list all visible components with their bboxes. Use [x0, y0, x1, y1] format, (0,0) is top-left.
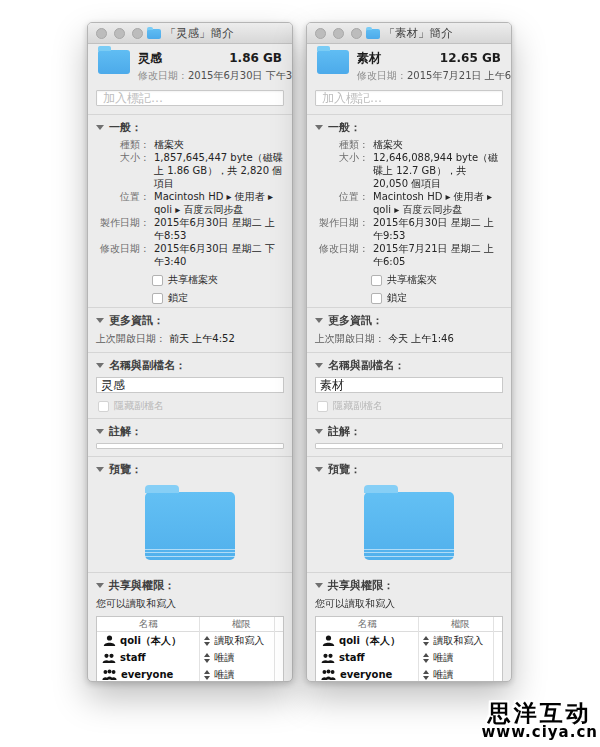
section-more-info[interactable]: 更多資訊：	[88, 308, 292, 331]
info-row: 種類：檔案夾	[315, 138, 503, 151]
everyone-icon	[321, 669, 336, 680]
checkbox-icon	[98, 401, 109, 412]
table-header: 名稱 權限	[316, 617, 502, 632]
table-row[interactable]: everyone 唯讀	[97, 666, 283, 682]
info-row: 大小：12,646,088,944 byte（磁碟上 12.7 GB），共 20…	[315, 151, 503, 190]
disclosure-triangle-icon	[96, 318, 104, 323]
disclosure-triangle-icon	[315, 583, 323, 588]
minimize-button[interactable]	[114, 28, 125, 39]
watermark: 思洋互动 www.ciya.cn	[481, 701, 598, 741]
comments-textarea[interactable]	[315, 443, 503, 449]
disclosure-triangle-icon	[315, 318, 323, 323]
shared-folder-checkbox-row[interactable]: 共享檔案夾	[307, 271, 511, 289]
privilege-popup[interactable]: 唯讀	[418, 651, 502, 665]
hide-extension-checkbox-row: 隱藏副檔名	[307, 397, 511, 418]
item-name: 素材	[357, 50, 381, 67]
section-name-extension[interactable]: 名稱與副檔名：	[88, 353, 292, 376]
table-row[interactable]: staff 唯讀	[316, 649, 502, 666]
info-row: 修改日期：2015年7月21日 星期二 上午6:05	[315, 242, 503, 268]
comments-textarea[interactable]	[96, 443, 284, 449]
name-input[interactable]	[96, 377, 284, 393]
scrollbar-track[interactable]	[493, 617, 494, 682]
name-input[interactable]	[315, 377, 503, 393]
disclosure-triangle-icon	[96, 363, 104, 368]
traffic-lights	[315, 28, 362, 39]
folder-icon	[317, 50, 349, 74]
user-icon	[102, 635, 116, 646]
modified-value: 2015年7月21日 上午6:05	[407, 70, 512, 81]
scrollbar-track[interactable]	[274, 617, 275, 682]
get-info-window: 「素材」簡介 素材 12.65 GB 修改日期：2015年7月21日 上午6:0…	[306, 22, 512, 682]
modified-label: 修改日期：	[357, 70, 407, 81]
checkbox-icon[interactable]	[152, 275, 163, 286]
zoom-button[interactable]	[351, 28, 362, 39]
hide-extension-checkbox-row: 隱藏副檔名	[88, 397, 292, 418]
locked-checkbox-row[interactable]: 鎖定	[307, 289, 511, 307]
section-comments[interactable]: 註解：	[88, 419, 292, 442]
zoom-button[interactable]	[132, 28, 143, 39]
table-row[interactable]: qoli（本人） 讀取和寫入	[97, 632, 283, 649]
modified-value: 2015年6月30日 下午3:40	[188, 70, 293, 81]
section-general[interactable]: 一般：	[88, 115, 292, 138]
column-divider	[418, 617, 419, 682]
item-size: 12.65 GB	[440, 51, 501, 65]
close-button[interactable]	[315, 28, 326, 39]
folder-icon	[98, 50, 130, 74]
privilege-popup[interactable]: 讀取和寫入	[199, 634, 283, 648]
tags-input[interactable]	[315, 90, 503, 106]
info-row: 修改日期：2015年6月30日 星期二 下午3:40	[96, 242, 284, 268]
tags-input[interactable]	[96, 90, 284, 106]
permissions-table: 名稱 權限 qoli（本人） 讀取和寫入 staff 唯讀 everyone 唯…	[315, 616, 503, 682]
privilege-popup[interactable]: 唯讀	[199, 651, 283, 665]
section-name-extension[interactable]: 名稱與副檔名：	[307, 353, 511, 376]
info-row: 大小：1,857,645,447 byte（磁碟上 1.86 GB），共 2,8…	[96, 151, 284, 190]
checkbox-icon[interactable]	[371, 275, 382, 286]
table-header: 名稱 權限	[97, 617, 283, 632]
section-preview[interactable]: 預覽：	[88, 457, 292, 480]
info-row: 製作日期：2015年6月30日 星期二 上午9:53	[315, 216, 503, 242]
traffic-lights	[96, 28, 143, 39]
item-size: 1.86 GB	[229, 51, 282, 65]
general-info: 種類：檔案夾 大小：1,857,645,447 byte（磁碟上 1.86 GB…	[88, 138, 292, 271]
get-info-window: 「灵感」簡介 灵感 1.86 GB 修改日期：2015年6月30日 下午3:40…	[87, 22, 293, 682]
section-sharing-permissions[interactable]: 共享與權限：	[88, 573, 292, 596]
close-button[interactable]	[96, 28, 107, 39]
info-row: 位置：Macintosh HD ▸ 使用者 ▸ qoli ▸ 百度云同步盘	[96, 190, 284, 216]
permissions-table: 名稱 權限 qoli（本人） 讀取和寫入 staff 唯讀 everyone 唯…	[96, 616, 284, 682]
section-preview[interactable]: 預覽：	[307, 457, 511, 480]
permission-summary: 您可以讀取和寫入	[307, 596, 511, 616]
group-icon	[102, 653, 116, 663]
checkbox-icon[interactable]	[371, 293, 382, 304]
section-sharing-permissions[interactable]: 共享與權限：	[307, 573, 511, 596]
disclosure-triangle-icon	[96, 125, 104, 130]
titlebar: 「素材」簡介	[307, 23, 511, 44]
checkbox-icon[interactable]	[152, 293, 163, 304]
table-row[interactable]: staff 唯讀	[97, 649, 283, 666]
privilege-popup[interactable]: 讀取和寫入	[418, 634, 502, 648]
table-row[interactable]: qoli（本人） 讀取和寫入	[316, 632, 502, 649]
disclosure-triangle-icon	[96, 583, 104, 588]
info-row: 種類：檔案夾	[96, 138, 284, 151]
preview-area	[88, 480, 292, 572]
disclosure-triangle-icon	[96, 467, 104, 472]
privilege-popup[interactable]: 唯讀	[418, 668, 502, 682]
minimize-button[interactable]	[333, 28, 344, 39]
window-title: 「灵感」簡介	[165, 26, 234, 41]
folder-icon	[145, 492, 235, 560]
folder-icon	[364, 492, 454, 560]
locked-checkbox-row[interactable]: 鎖定	[88, 289, 292, 307]
disclosure-triangle-icon	[315, 429, 323, 434]
folder-icon	[147, 29, 161, 39]
privilege-popup[interactable]: 唯讀	[199, 668, 283, 682]
section-general[interactable]: 一般：	[307, 115, 511, 138]
preview-area	[307, 480, 511, 572]
stepper-icon	[204, 636, 210, 646]
table-row[interactable]: everyone 唯讀	[316, 666, 502, 682]
stepper-icon	[423, 636, 429, 646]
disclosure-triangle-icon	[315, 125, 323, 130]
section-more-info[interactable]: 更多資訊：	[307, 308, 511, 331]
info-row: 位置：Macintosh HD ▸ 使用者 ▸ qoli ▸ 百度云同步盘	[315, 190, 503, 216]
info-row: 製作日期：2015年6月30日 星期二 上午8:53	[96, 216, 284, 242]
section-comments[interactable]: 註解：	[307, 419, 511, 442]
shared-folder-checkbox-row[interactable]: 共享檔案夾	[88, 271, 292, 289]
